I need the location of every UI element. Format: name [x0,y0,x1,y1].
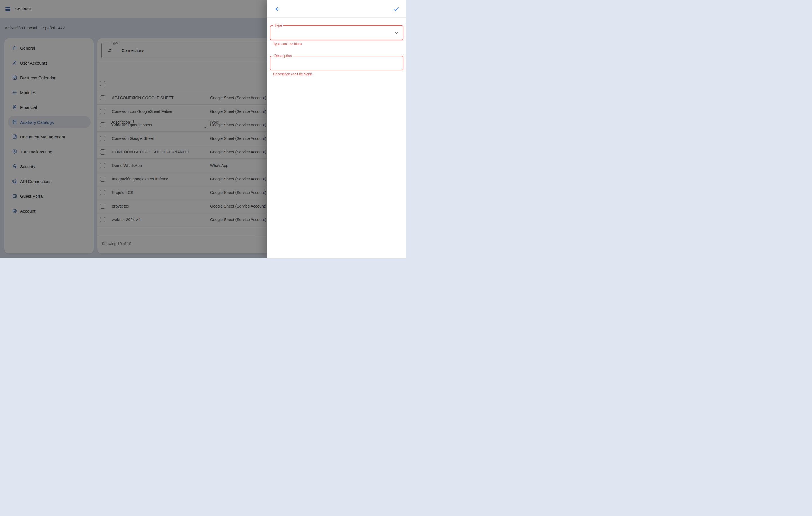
new-connection-drawer: Type Type can't be blank Description Des… [267,0,406,258]
type-field-error: Type can't be blank [273,42,302,46]
back-arrow-icon[interactable] [274,6,281,12]
description-input-field[interactable]: Description [270,56,403,70]
check-icon[interactable] [393,6,399,12]
drawer-toolbar [267,0,406,18]
type-field-label: Type [273,23,283,27]
type-select-field[interactable]: Type [270,25,403,40]
description-field-label: Description [273,54,293,58]
description-field-error: Description can't be blank [273,72,312,76]
chevron-down-icon[interactable] [394,30,399,35]
